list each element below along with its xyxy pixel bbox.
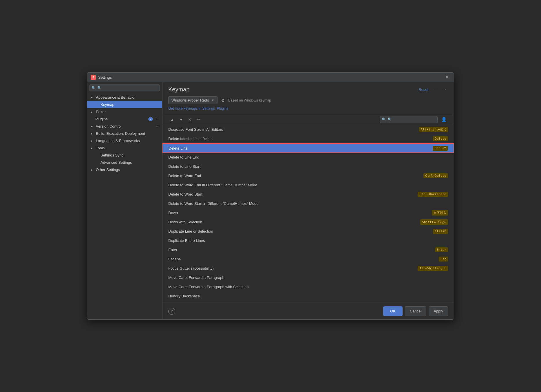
sidebar-item-label: Advanced Settings	[100, 160, 132, 165]
table-row[interactable]: Enter Enter	[162, 245, 454, 255]
table-row[interactable]: Duplicate Entire Lines	[162, 236, 454, 245]
table-row[interactable]: Delete to Word End in Different "CamelHu…	[162, 181, 454, 190]
sidebar-item-settings-sync[interactable]: Settings Sync	[87, 152, 162, 159]
shortcut-badge: Ctrl+Delete	[423, 173, 448, 178]
sidebar-item-label: Tools	[96, 146, 105, 150]
header-top-row: Keymap Reset ← →	[168, 86, 448, 93]
table-row[interactable]: Move Caret Forward a Paragraph	[162, 273, 454, 282]
keymap-dropdown[interactable]: Windows Proper Redo ▼	[168, 96, 218, 104]
toolbar-edit-button[interactable]: ✏	[195, 116, 202, 123]
table-row[interactable]: Move Caret Forward a Paragraph with Sele…	[162, 282, 454, 292]
plugins-link[interactable]: Plugins	[217, 106, 228, 111]
table-row[interactable]: Delete to Word End Ctrl+Delete	[162, 171, 454, 181]
toolbar-search-input[interactable]	[380, 116, 438, 123]
action-name: Delete to Word End	[168, 174, 201, 178]
close-button[interactable]: ✕	[443, 74, 450, 80]
sidebar-item-advanced[interactable]: Advanced Settings	[87, 159, 162, 166]
search-wrapper: 🔍	[380, 116, 438, 123]
dialog-body: 🔍 ▶ Appearance & Behavior Keymap ▶ Edito…	[87, 82, 454, 319]
sidebar-item-label: Languages & Frameworks	[96, 139, 140, 143]
help-button[interactable]: ?	[168, 308, 175, 315]
get-more-link-row: Get more keymaps in Settings | Plugins	[168, 106, 448, 111]
table-row[interactable]: Delete to Line End	[162, 153, 454, 162]
toolbar-search: 🔍 👤	[380, 116, 448, 123]
table-row[interactable]: Focus Gutter (accessibility) Alt+Shift+6…	[162, 264, 454, 273]
table-row[interactable]: Down 向下箭头	[162, 208, 454, 218]
table-row[interactable]: Escape Esc	[162, 255, 454, 264]
sidebar-item-plugins[interactable]: Plugins 7 ☰	[87, 115, 162, 123]
chevron-right-icon: ▶	[91, 111, 94, 113]
action-name: Enter	[168, 248, 177, 252]
ok-button[interactable]: OK	[383, 306, 403, 316]
sidebar-search-bar[interactable]: 🔍	[89, 84, 160, 91]
gear-icon[interactable]: ⚙	[221, 98, 225, 103]
keymap-list[interactable]: Decrease Font Size in All Editors Alt+Sh…	[162, 125, 454, 303]
shortcut-badge: Ctrl+D	[433, 229, 448, 234]
sidebar-item-other[interactable]: ▶ Other Settings	[87, 166, 162, 173]
list-icon: ☰	[156, 124, 159, 128]
table-row[interactable]: Delete inherited from Delete Delete	[162, 134, 454, 143]
app-icon: J	[91, 75, 96, 80]
shortcut-badges: Ctrl+Delete	[423, 173, 448, 178]
toolbar-search-icon: 🔍	[382, 117, 386, 122]
shortcut-badge: Ctrl+Backspace	[418, 192, 448, 197]
table-row[interactable]: Duplicate Line or Selection Ctrl+D	[162, 227, 454, 236]
plugins-badge: 7	[148, 117, 153, 121]
toolbar-down-button[interactable]: ▼	[177, 116, 185, 123]
sidebar-item-appearance[interactable]: ▶ Appearance & Behavior	[87, 94, 162, 101]
toolbar-up-button[interactable]: ▲	[168, 116, 176, 123]
sidebar-item-build[interactable]: ▶ Build, Execution, Deployment	[87, 130, 162, 137]
sidebar-item-label: Appearance & Behavior	[96, 95, 136, 100]
action-name: Delete inherited from Delete	[168, 137, 213, 141]
based-on-text: Based on Windows keymap	[228, 98, 271, 102]
shortcut-badges: Esc	[439, 257, 448, 262]
action-name: Move Caret Forward a Paragraph	[168, 275, 224, 280]
shortcut-badges: Ctrl+Backspace	[418, 192, 448, 197]
link-separator: |	[215, 106, 216, 111]
chevron-right-icon: ▶	[91, 147, 94, 150]
shortcut-badge: Delete	[433, 136, 448, 141]
sidebar-item-label: Build, Execution, Deployment	[96, 131, 145, 136]
sidebar: 🔍 ▶ Appearance & Behavior Keymap ▶ Edito…	[87, 82, 162, 319]
sidebar-item-label: Other Settings	[96, 168, 120, 172]
action-buttons: OK Cancel Apply	[383, 306, 448, 316]
main-header: Keymap Reset ← → Windows Proper Redo ▼ ⚙…	[162, 82, 454, 114]
reset-button[interactable]: Reset	[418, 87, 428, 92]
shortcut-badges: Ctrl+Y	[433, 146, 448, 151]
settings-dialog: J Settings ✕ 🔍 ▶ Appearance & Behavior K…	[87, 72, 454, 320]
sidebar-search-input[interactable]	[89, 84, 160, 91]
apply-button[interactable]: Apply	[429, 306, 448, 316]
sidebar-item-keymap[interactable]: Keymap	[87, 101, 162, 108]
forward-arrow-icon[interactable]: →	[441, 87, 448, 93]
action-name: Decrease Font Size in All Editors	[168, 127, 223, 132]
title-bar-left: J Settings	[91, 75, 112, 80]
back-arrow-icon[interactable]: ←	[431, 87, 438, 93]
sidebar-item-version-control[interactable]: ▶ Version Control ☰	[87, 123, 162, 130]
table-row[interactable]: Delete to Word Start in Different "Camel…	[162, 199, 454, 208]
chevron-right-icon: ▶	[91, 168, 94, 171]
sidebar-item-languages[interactable]: ▶ Languages & Frameworks	[87, 137, 162, 144]
cancel-button[interactable]: Cancel	[405, 306, 426, 316]
table-row[interactable]: Hungry Backspace	[162, 292, 454, 301]
sidebar-item-editor[interactable]: ▶ Editor	[87, 108, 162, 115]
header-actions: Reset ← →	[418, 87, 448, 93]
table-row[interactable]: Delete to Line Start	[162, 162, 454, 171]
table-row[interactable]: Delete Line Ctrl+Y	[162, 143, 454, 153]
shortcut-badges: Alt+Shift+6, F	[418, 266, 448, 271]
table-row[interactable]: Down with Selection Shift+向下箭头	[162, 218, 454, 227]
sidebar-item-tools[interactable]: ▶ Tools	[87, 144, 162, 152]
shortcut-badges: Enter	[435, 247, 448, 252]
chevron-right-icon: ▶	[91, 96, 94, 99]
toolbar-remove-button[interactable]: ✕	[186, 116, 193, 123]
plugin-list-icon: ☰	[156, 117, 159, 121]
shortcut-badges: 向下箭头	[432, 210, 448, 216]
keymap-selector-row: Windows Proper Redo ▼ ⚙ Based on Windows…	[168, 96, 448, 104]
sidebar-plugins-label: Plugins	[95, 117, 108, 121]
person-icon[interactable]: 👤	[440, 116, 448, 123]
dialog-title: Settings	[98, 75, 112, 80]
get-more-link[interactable]: Get more keymaps in Settings	[168, 106, 215, 111]
table-row[interactable]: Decrease Font Size in All Editors Alt+Sh…	[162, 125, 454, 134]
action-name: Delete Line	[169, 146, 188, 150]
title-bar: J Settings ✕	[87, 73, 454, 82]
table-row[interactable]: Delete to Word Start Ctrl+Backspace	[162, 190, 454, 199]
